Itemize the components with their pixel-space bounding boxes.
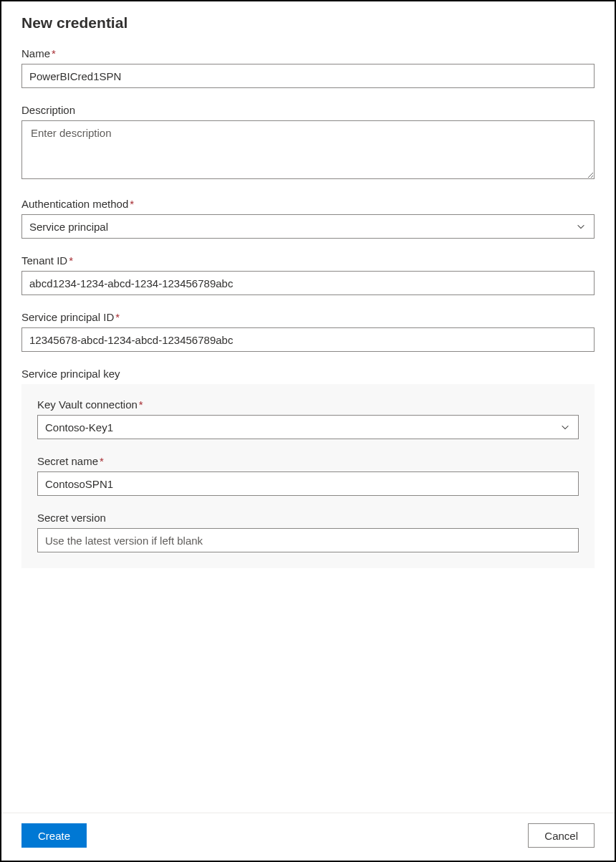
required-marker: *: [130, 198, 134, 210]
name-input[interactable]: [21, 64, 595, 88]
secret-name-field-group: Secret name*: [37, 455, 579, 496]
secret-name-label-text: Secret name: [37, 455, 98, 467]
required-marker: *: [139, 398, 143, 411]
auth-method-select-wrapper: Service principal: [21, 214, 595, 239]
tenant-id-input[interactable]: [21, 271, 595, 295]
tenant-id-label: Tenant ID*: [21, 254, 595, 267]
required-marker: *: [52, 47, 56, 59]
auth-method-select[interactable]: Service principal: [21, 214, 595, 239]
sp-id-input[interactable]: [21, 327, 595, 352]
auth-method-label: Authentication method*: [21, 198, 595, 210]
name-label-text: Name: [21, 47, 50, 59]
form-content: New credential Name* Description Authent…: [1, 1, 615, 813]
cancel-button[interactable]: Cancel: [528, 823, 595, 848]
kv-connection-select[interactable]: Contoso-Key1: [37, 415, 579, 439]
footer: Create Cancel: [1, 813, 615, 861]
sp-id-field-group: Service principal ID*: [21, 311, 595, 352]
kv-connection-select-wrapper: Contoso-Key1: [37, 415, 579, 439]
required-marker: *: [115, 311, 120, 323]
secret-version-input[interactable]: [37, 528, 579, 552]
required-marker: *: [69, 254, 73, 267]
tenant-id-field-group: Tenant ID*: [21, 254, 595, 295]
create-button[interactable]: Create: [21, 823, 87, 848]
required-marker: *: [100, 455, 104, 467]
kv-connection-label-text: Key Vault connection: [37, 398, 138, 411]
sp-id-label: Service principal ID*: [21, 311, 595, 323]
sp-key-section: Service principal key Key Vault connecti…: [21, 368, 595, 568]
auth-method-label-text: Authentication method: [21, 198, 128, 210]
sp-key-label: Service principal key: [21, 368, 595, 380]
secret-version-field-group: Secret version: [37, 512, 579, 552]
name-label: Name*: [21, 47, 595, 59]
description-label: Description: [21, 104, 595, 116]
description-field-group: Description: [21, 104, 595, 182]
kv-connection-field-group: Key Vault connection* Contoso-Key1: [37, 398, 579, 439]
secret-name-input[interactable]: [37, 471, 579, 496]
tenant-id-label-text: Tenant ID: [21, 254, 67, 267]
description-input[interactable]: [21, 120, 595, 179]
kv-connection-label: Key Vault connection*: [37, 398, 579, 411]
sp-key-subsection: Key Vault connection* Contoso-Key1 Secre…: [21, 384, 595, 568]
page-title: New credential: [21, 14, 595, 32]
secret-name-label: Secret name*: [37, 455, 579, 467]
auth-method-field-group: Authentication method* Service principal: [21, 198, 595, 239]
secret-version-label: Secret version: [37, 512, 579, 524]
sp-id-label-text: Service principal ID: [21, 311, 114, 323]
name-field-group: Name*: [21, 47, 595, 88]
